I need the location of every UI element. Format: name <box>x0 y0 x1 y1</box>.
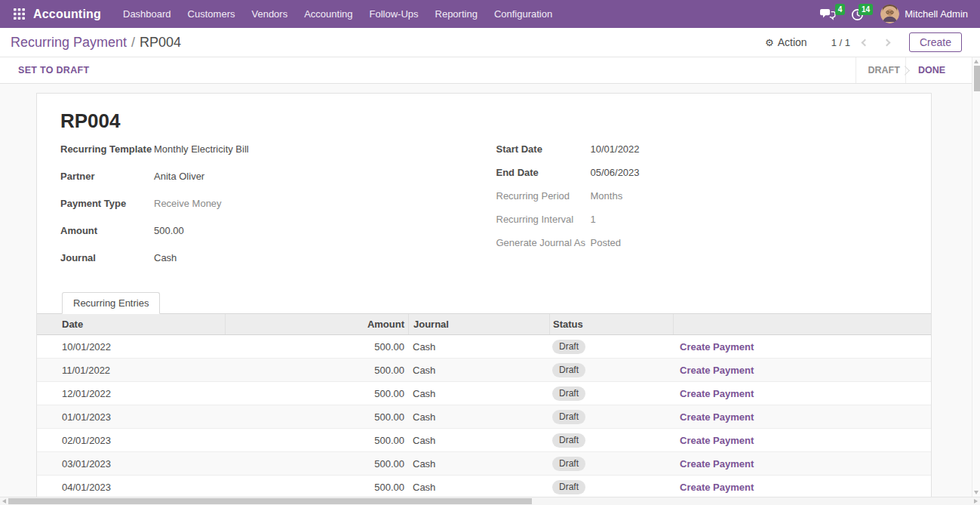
table-row[interactable]: 01/01/2023 500.00 Cash Draft Create Paym… <box>37 405 931 429</box>
vertical-scrollbar[interactable] <box>972 57 980 497</box>
horizontal-scrollbar[interactable] <box>0 497 980 505</box>
form-field-row: Recurring Period Months <box>496 190 932 214</box>
create-payment-link[interactable]: Create Payment <box>680 341 754 353</box>
cell-amount[interactable]: 500.00 <box>225 365 408 376</box>
messages-button[interactable]: 4 <box>816 5 843 23</box>
field-value[interactable]: Posted <box>591 237 621 248</box>
cell-date[interactable]: 02/01/2023 <box>37 435 225 446</box>
cell-status: Draft <box>549 480 673 494</box>
apps-grid-icon[interactable] <box>11 6 27 23</box>
cell-date[interactable]: 10/01/2022 <box>37 341 225 353</box>
navbar-menu-item[interactable]: Accounting <box>296 0 361 28</box>
breadcrumb-current: RP004 <box>140 35 181 51</box>
form-field-row: Amount 500.00 <box>60 225 484 252</box>
create-payment-link[interactable]: Create Payment <box>680 388 754 399</box>
status-badge: Draft <box>552 340 585 354</box>
cell-amount[interactable]: 500.00 <box>225 341 408 353</box>
field-value[interactable]: Monthly Electricity Bill <box>154 143 249 155</box>
column-header-date[interactable]: Date <box>37 314 225 334</box>
cell-action: Create Payment <box>673 411 931 423</box>
status-badge: Draft <box>552 386 585 401</box>
horizontal-scrollbar-thumb[interactable] <box>8 498 532 504</box>
pager-previous-icon[interactable] <box>862 38 869 46</box>
navbar-menu-item[interactable]: Dashboard <box>115 0 180 28</box>
cell-date[interactable]: 04/01/2023 <box>37 482 225 493</box>
scroll-down-icon[interactable] <box>974 491 978 494</box>
cell-amount[interactable]: 500.00 <box>225 411 408 423</box>
column-header-journal[interactable]: Journal <box>408 314 549 334</box>
cell-journal[interactable]: Cash <box>408 435 549 446</box>
form-field-row: Start Date 10/01/2022 <box>496 143 932 167</box>
cell-amount[interactable]: 500.00 <box>225 458 408 470</box>
field-value[interactable]: Months <box>591 190 623 202</box>
navbar-menu-item[interactable]: Configuration <box>486 0 561 28</box>
field-value[interactable]: 1 <box>591 214 596 225</box>
create-payment-link[interactable]: Create Payment <box>680 411 754 423</box>
cell-status: Draft <box>549 363 673 377</box>
navbar-menu-item[interactable]: Reporting <box>427 0 486 28</box>
cell-amount[interactable]: 500.00 <box>225 388 408 399</box>
status-step-done[interactable]: DONE <box>905 57 957 83</box>
field-value[interactable]: 500.00 <box>154 225 184 236</box>
field-value[interactable]: Cash <box>154 252 177 263</box>
cell-amount[interactable]: 500.00 <box>225 435 408 446</box>
vertical-scrollbar-thumb[interactable] <box>974 66 980 91</box>
create-payment-link[interactable]: Create Payment <box>680 365 754 376</box>
top-navbar: Accounting DashboardCustomersVendorsAcco… <box>0 0 980 28</box>
avatar-image <box>880 5 899 23</box>
cell-amount[interactable]: 500.00 <box>225 482 408 493</box>
table-row[interactable]: 10/01/2022 500.00 Cash Draft Create Paym… <box>37 335 931 359</box>
navbar-menu-item[interactable]: Customers <box>180 0 244 28</box>
table-row[interactable]: 12/01/2022 500.00 Cash Draft Create Paym… <box>37 382 931 405</box>
breadcrumb-parent-link[interactable]: Recurring Payment <box>11 35 127 51</box>
tab-recurring-entries[interactable]: Recurring Entries <box>62 292 160 314</box>
field-value[interactable]: 05/06/2023 <box>591 167 640 178</box>
column-header-status[interactable]: Status <box>549 314 673 334</box>
navbar-menu-item[interactable]: Follow-Ups <box>361 0 427 28</box>
gear-icon: ⚙ <box>765 37 774 48</box>
cell-action: Create Payment <box>673 435 931 446</box>
table-row[interactable]: 04/01/2023 500.00 Cash Draft Create Paym… <box>37 476 931 497</box>
activities-button[interactable]: 14 <box>846 5 871 23</box>
app-name[interactable]: Accounting <box>33 8 101 21</box>
column-header-amount[interactable]: Amount <box>225 314 408 334</box>
cell-status: Draft <box>549 433 673 448</box>
action-menu-button[interactable]: ⚙ Action <box>765 36 807 48</box>
messages-count-badge: 4 <box>835 4 846 15</box>
cell-journal[interactable]: Cash <box>408 482 549 493</box>
table-row[interactable]: 03/01/2023 500.00 Cash Draft Create Paym… <box>37 452 931 476</box>
scroll-left-icon[interactable] <box>2 499 6 503</box>
cell-journal[interactable]: Cash <box>408 365 549 376</box>
cell-date[interactable]: 03/01/2023 <box>37 458 225 470</box>
table-header-row: Date Amount Journal Status <box>37 314 931 335</box>
cell-date[interactable]: 11/01/2022 <box>37 365 225 376</box>
create-payment-link[interactable]: Create Payment <box>680 435 754 446</box>
set-to-draft-button[interactable]: SET TO DRAFT <box>18 65 89 75</box>
field-label: End Date <box>496 167 591 178</box>
scroll-up-icon[interactable] <box>974 60 978 63</box>
cell-journal[interactable]: Cash <box>408 388 549 399</box>
field-value[interactable]: Anita Oliver <box>154 171 204 182</box>
create-payment-link[interactable]: Create Payment <box>680 458 754 470</box>
cell-journal[interactable]: Cash <box>408 411 549 423</box>
scroll-right-icon[interactable] <box>974 499 978 503</box>
cell-action: Create Payment <box>673 365 931 376</box>
breadcrumb-separator: / <box>131 35 135 51</box>
cell-date[interactable]: 12/01/2022 <box>37 388 225 399</box>
cell-date[interactable]: 01/01/2023 <box>37 411 225 423</box>
fields-right-column: Start Date 10/01/2022 End Date 05/06/202… <box>484 143 932 279</box>
form-view: RP004 Recurring Template Monthly Electri… <box>0 84 980 497</box>
table-row[interactable]: 11/01/2022 500.00 Cash Draft Create Paym… <box>37 359 931 382</box>
cell-status: Draft <box>549 457 673 471</box>
pager-next-icon[interactable] <box>883 38 891 46</box>
create-payment-link[interactable]: Create Payment <box>680 482 754 493</box>
field-label: Generate Journal As <box>496 237 591 248</box>
table-row[interactable]: 02/01/2023 500.00 Cash Draft Create Paym… <box>37 429 931 452</box>
field-value[interactable]: 10/01/2022 <box>591 143 640 155</box>
cell-journal[interactable]: Cash <box>408 458 549 470</box>
user-menu[interactable]: Mitchell Admin <box>874 5 974 23</box>
create-button[interactable]: Create <box>909 32 962 52</box>
navbar-menu-item[interactable]: Vendors <box>243 0 296 28</box>
cell-journal[interactable]: Cash <box>408 341 549 353</box>
field-value[interactable]: Receive Money <box>154 198 222 209</box>
